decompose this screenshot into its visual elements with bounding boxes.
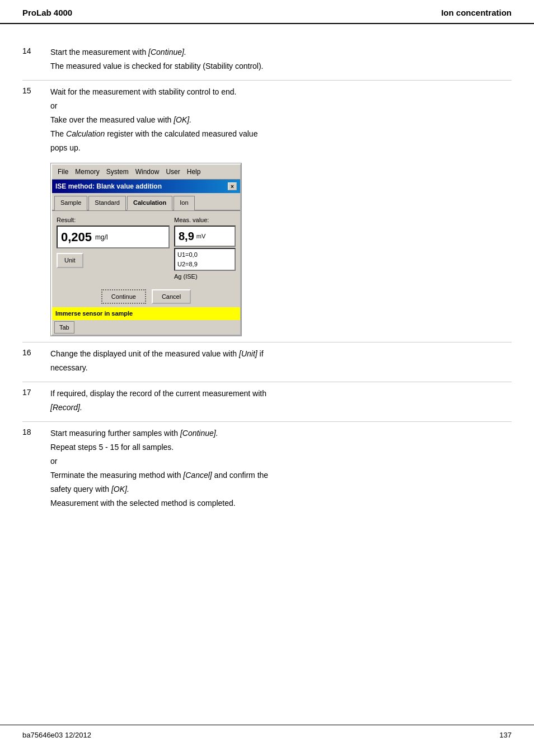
menu-item-user[interactable]: User (162, 166, 183, 178)
menu-item-system[interactable]: System (103, 166, 132, 178)
bottom-tab-row: Tab (52, 320, 240, 335)
footer-left: ba75646e03 12/2012 (22, 731, 91, 739)
header-left: ProLab 4000 (22, 8, 72, 17)
step-line: Measurement with the selected method is … (50, 497, 512, 509)
step-content-17: If required, display the record of the c… (50, 382, 512, 422)
sub-value: U1=0,0 (177, 250, 232, 260)
step-line: Repeat steps 5 - 15 for all samples. (50, 442, 512, 453)
step-number-15: 15 (22, 81, 50, 342)
meas-value-display: 8,9 mV (174, 226, 236, 247)
menu-item-help[interactable]: Help (184, 166, 204, 178)
result-label: Result: (57, 215, 170, 225)
meas-number: 8,9 (179, 228, 194, 245)
step-line: Change the displayed unit of the measure… (50, 348, 512, 360)
step-line: safety query with [OK]. (50, 483, 512, 495)
step-row-17: 17If required, display the record of the… (22, 382, 512, 422)
win-menubar: FileMemorySystemWindowUserHelp (52, 165, 240, 180)
meas-label: Meas. value: (174, 215, 236, 225)
step-content-15: Wait for the measurement with stability … (50, 81, 512, 342)
right-panel: Meas. value: 8,9 mV U1=0,0U2=8,9 Ag (ISE… (174, 215, 236, 281)
step-content-18: Start measuring further samples with [Co… (50, 422, 512, 518)
step-row-16: 16Change the displayed unit of the measu… (22, 342, 512, 382)
step-content-16: Change the displayed unit of the measure… (50, 342, 512, 382)
header-right: Ion concentration (441, 8, 512, 17)
step-number-16: 16 (22, 342, 50, 382)
step-line: or (50, 100, 512, 112)
win-dialog: FileMemorySystemWindowUserHelp ISE metho… (51, 163, 241, 336)
result-value-display: 0,205 mg/l (57, 226, 170, 248)
step-row-15: 15Wait for the measurement with stabilit… (22, 81, 512, 342)
step-line: Wait for the measurement with stability … (50, 86, 512, 98)
result-unit: mg/l (95, 232, 108, 242)
ise-label: Ag (ISE) (174, 272, 236, 281)
sub-values: U1=0,0U2=8,9 (174, 248, 236, 271)
step-line: If required, display the record of the c… (50, 388, 512, 400)
button-row: Continue Cancel (52, 286, 240, 308)
continue-button[interactable]: Continue (101, 289, 146, 304)
step-row-14: 14Start the measurement with [Continue].… (22, 41, 512, 81)
dialog-body: Result: 0,205 mg/l Unit Meas. value: 8,9… (52, 211, 240, 286)
tab-sample[interactable]: Sample (54, 196, 87, 210)
main-content: 14Start the measurement with [Continue].… (0, 41, 534, 517)
step-line: necessary. (50, 362, 512, 374)
status-bar: Immerse sensor in sample (52, 307, 240, 320)
step-line: Terminate the measuring method with [Can… (50, 469, 512, 481)
tab-calculation[interactable]: Calculation (127, 196, 172, 210)
unit-button[interactable]: Unit (57, 253, 83, 268)
dialog-screenshot: FileMemorySystemWindowUserHelp ISE metho… (50, 163, 242, 336)
step-line: The measured value is checked for stabil… (50, 60, 512, 72)
page-footer: ba75646e03 12/2012 137 (0, 725, 534, 745)
step-line: Take over the measured value with [OK]. (50, 114, 512, 126)
page-header: ProLab 4000 Ion concentration (0, 0, 534, 24)
close-button[interactable]: × (228, 182, 237, 190)
step-line: [Record]. (50, 402, 512, 414)
step-line: or (50, 456, 512, 467)
left-panel: Result: 0,205 mg/l Unit (57, 215, 170, 281)
menu-item-window[interactable]: Window (132, 166, 163, 178)
step-line: Start the measurement with [Continue]. (50, 46, 512, 58)
step-line: Start measuring further samples with [Co… (50, 428, 512, 439)
step-row-18: 18Start measuring further samples with [… (22, 422, 512, 518)
step-number-17: 17 (22, 382, 50, 422)
dialog-title: ISE method: Blank value addition (55, 181, 162, 191)
tab-standard[interactable]: Standard (88, 196, 126, 210)
footer-right: 137 (499, 731, 512, 739)
cancel-button[interactable]: Cancel (152, 289, 191, 304)
dialog-tabs: SampleStandardCalculationIon (52, 193, 240, 211)
bottom-tab[interactable]: Tab (54, 321, 74, 334)
tab-ion[interactable]: Ion (174, 196, 194, 210)
menu-item-file[interactable]: File (54, 166, 72, 178)
steps-table: 14Start the measurement with [Continue].… (22, 41, 512, 517)
step-line: pops up. (50, 142, 512, 154)
sub-value: U2=8,9 (177, 260, 232, 269)
dialog-titlebar: ISE method: Blank value addition × (52, 180, 240, 193)
step-content-14: Start the measurement with [Continue].Th… (50, 41, 512, 81)
step-number-18: 18 (22, 422, 50, 518)
menu-item-memory[interactable]: Memory (72, 166, 102, 178)
step-number-14: 14 (22, 41, 50, 81)
meas-unit: mV (196, 232, 206, 241)
result-number: 0,205 (61, 228, 92, 246)
step-line: The Calculation register with the calcul… (50, 128, 512, 140)
